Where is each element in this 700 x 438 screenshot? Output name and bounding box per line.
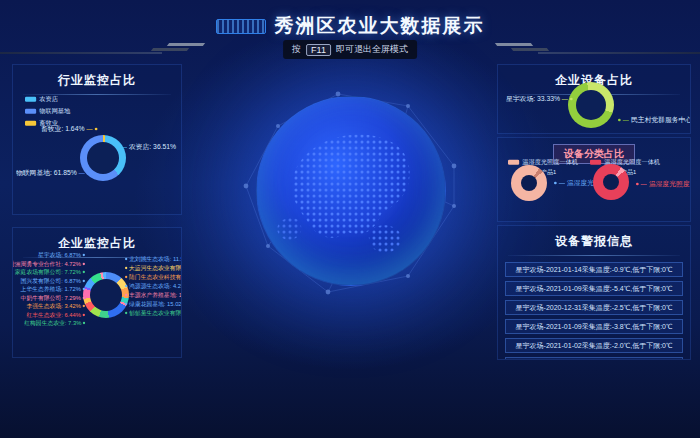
corner-decoration [682, 125, 691, 134]
corner-decoration [173, 206, 182, 215]
legend-swatch [25, 97, 36, 102]
chart-callout: 红梅园生态农业: 7.3% [24, 319, 85, 327]
legend-swatch [25, 121, 36, 126]
panel-device-alarms: 设备警报信息 星宇农场-2021-01-14采集温度:-0.9℃,低于下限:0℃… [497, 225, 691, 360]
corner-decoration [497, 225, 506, 234]
header-decoration [495, 43, 533, 46]
chart-callout: 鸿源源生态农场: 4.299 [125, 282, 182, 290]
legend-swatch [590, 160, 601, 165]
enterprise-donut-chart[interactable] [83, 272, 129, 318]
corner-decoration [173, 227, 182, 236]
chart-callout: 大运河生态农业有限责任公 [125, 264, 182, 272]
globe-dotted-map [257, 97, 445, 285]
corner-decoration [682, 225, 691, 234]
header-line [538, 52, 700, 54]
panel-enterprise-monitor: 企业监控占比 星宇农场: 6.87% 秀洲周勇专业合作社: 4.72% 家庭农场… [12, 227, 182, 358]
alarm-row: 星宇农场-2021-01-14采集温度:-0.9℃,低于下限:0℃ [505, 262, 683, 277]
corner-decoration [497, 64, 506, 73]
corner-decoration [173, 64, 182, 73]
panel-title: 企业监控占比 [13, 228, 181, 252]
chart-callout: 红丰生态农业: 6.44% [26, 310, 85, 318]
alarm-row: 星宇农场-2021-01-09采集温度:-0.9℃,低于下限:0℃ [505, 357, 683, 360]
alarm-row: 星宇农场-2021-01-09采集温度:-5.4℃,低于下限:0℃ [505, 281, 683, 296]
f11-keycap: F11 [306, 44, 331, 56]
page-title: 秀洲区农业大数据展示 [275, 13, 485, 39]
dashboard-root: 秀洲区农业大数据展示 按 F11 即可退出全屏模式 行业监控占比 农资店 物联网… [0, 0, 700, 438]
chart-callout: 李强生态农场: 3.42% [26, 302, 85, 310]
chart-callout: 农资店: 36.51% [116, 142, 176, 152]
chart-callout: 秀洲周勇专业合作社: 4.72% [12, 259, 85, 267]
alarm-row: 星宇农场-2021-01-02采集温度:-2.0℃,低于下限:0℃ [505, 338, 683, 353]
chart-callout: 郁郁葱生态农业有限公司: 6.879 [125, 309, 182, 317]
legend-swatch [508, 160, 519, 165]
fullscreen-tip-suffix: 即可退出全屏模式 [336, 43, 408, 56]
panel-equipment-ratio: 企业设备占比 星宇农场: 33.33% 民主村党群服务中心: [497, 64, 691, 134]
class-donut-right[interactable] [593, 164, 629, 200]
globe [256, 96, 446, 286]
chart-callout: 星宇农场: 6.87% [38, 251, 85, 259]
header-decoration [151, 48, 189, 51]
brand-logo [216, 19, 266, 34]
header: 秀洲区农业大数据展示 [0, 13, 700, 39]
corner-decoration [497, 125, 506, 134]
chart-callout: 畜牧业: 1.64% [41, 124, 97, 134]
chart-callout: 丰源水产养殖基地: 1. [125, 291, 182, 299]
class-donut-left[interactable] [511, 165, 547, 201]
chart-callout: 民主村党群服务中心: [618, 115, 691, 125]
legend-item[interactable]: 温湿度光照度一体机 [508, 158, 578, 167]
corner-decoration [12, 206, 21, 215]
panel-industry-monitor: 行业监控占比 农资店 物联网基地 畜牧业 畜牧业: 1.64% 农资店: 36.… [12, 64, 182, 215]
panel-title: 行业监控占比 [13, 65, 181, 89]
legend-label: 物联网基地 [39, 107, 70, 116]
header-decoration [511, 48, 549, 51]
corner-decoration [497, 213, 506, 222]
corner-decoration [682, 351, 691, 360]
legend-swatch [25, 109, 36, 114]
legend-item[interactable]: 温湿度光照度一体机 [590, 158, 660, 167]
corner-decoration [12, 349, 21, 358]
corner-decoration [12, 227, 21, 236]
chart-callout: 物联网基地: 61.85% [16, 168, 90, 178]
chart-callout: 北刘姚生态农场: 11.56% [125, 255, 182, 263]
corner-decoration [173, 349, 182, 358]
legend-item[interactable]: 物联网基地 [25, 107, 70, 116]
corner-decoration [497, 137, 506, 146]
corner-decoration [12, 64, 21, 73]
legend-label: 农资店 [39, 95, 58, 104]
corner-decoration [682, 137, 691, 146]
fullscreen-tip: 按 F11 即可退出全屏模式 [283, 40, 417, 59]
chart-callout: 星宇农场: 33.33% [506, 94, 573, 104]
chart-callout: 家庭农场有限公司: 7.72% [15, 268, 85, 276]
chart-callout: 陆门生态农业科技有限公司 [125, 273, 182, 281]
chart-callout: 温湿度光照度一… [636, 179, 691, 189]
chart-callout: 绿康花园基地: 15.02% [125, 300, 182, 308]
panel-title: 设备警报信息 [498, 226, 690, 250]
fullscreen-tip-prefix: 按 [292, 43, 301, 56]
corner-decoration [682, 213, 691, 222]
header-line [0, 52, 162, 54]
panel-device-classification: 设备分类占比 温湿度光照度一体机 一体机产品1 温湿度光照度一… 温湿度光照度一… [497, 137, 691, 222]
legend-item[interactable]: 农资店 [25, 95, 58, 104]
corner-decoration [497, 351, 506, 360]
chart-callout: 国兴发有限公司: 6.87% [21, 276, 85, 284]
alarm-row: 星宇农场-2021-01-09采集温度:-3.8℃,低于下限:0℃ [505, 319, 683, 334]
title-rule [508, 255, 680, 256]
header-decoration [167, 43, 205, 46]
corner-decoration [682, 64, 691, 73]
alarm-row: 星宇农场-2020-12-31采集温度:-2.5℃,低于下限:0℃ [505, 300, 683, 315]
chart-callout: 中奶牛有限公司: 7.29% [21, 293, 85, 301]
alarm-list: 星宇农场-2021-01-14采集温度:-0.9℃,低于下限:0℃ 星宇农场-2… [505, 262, 683, 360]
chart-callout: 上华生态养殖场: 1.72% [21, 285, 85, 293]
equipment-donut-chart[interactable] [568, 82, 614, 128]
